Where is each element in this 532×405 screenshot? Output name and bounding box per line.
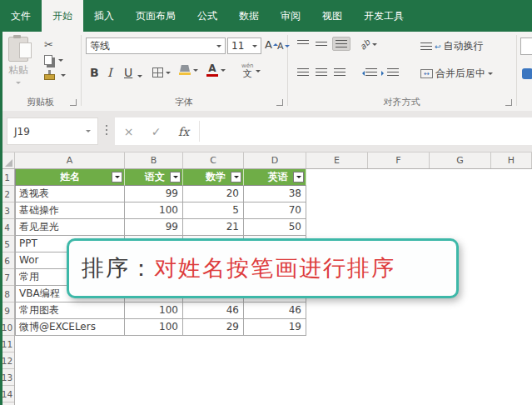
- chevron-down-icon: [252, 45, 257, 50]
- column-header-F[interactable]: F: [368, 152, 430, 168]
- merge-center-button[interactable]: ↔ 合并后居中: [420, 67, 493, 81]
- align-right-button[interactable]: [334, 68, 346, 76]
- return-arrow-icon: ↩: [435, 42, 441, 51]
- cell-D10[interactable]: 19: [244, 319, 306, 336]
- increase-indent-button[interactable]: [381, 68, 399, 76]
- cell-C10[interactable]: 29: [183, 319, 244, 336]
- tab-file[interactable]: 文件: [0, 0, 42, 32]
- underline-button[interactable]: U: [124, 66, 132, 79]
- filter-button[interactable]: [293, 172, 304, 182]
- filter-button[interactable]: [231, 172, 241, 182]
- cell-C9[interactable]: 46: [183, 302, 244, 319]
- number-format-select-partial[interactable]: [520, 38, 532, 55]
- tab-home[interactable]: 开始: [42, 0, 83, 32]
- bold-button[interactable]: B: [90, 66, 99, 79]
- chevron-down-icon: [296, 176, 301, 181]
- cell-A2[interactable]: 透视表: [15, 186, 125, 202]
- tab-data[interactable]: 数据: [228, 0, 270, 32]
- column-header-A[interactable]: A: [15, 152, 125, 168]
- font-dialog-launcher-icon[interactable]: [276, 99, 283, 106]
- paste-button[interactable]: 粘贴: [8, 37, 28, 87]
- wrap-text-label: 自动换行: [444, 39, 484, 53]
- cancel-icon[interactable]: ×: [115, 125, 142, 138]
- drag-handle-icon[interactable]: [106, 125, 107, 127]
- grow-font-button[interactable]: A: [265, 38, 278, 51]
- italic-button[interactable]: I: [107, 66, 112, 79]
- cell-D9[interactable]: 46: [244, 302, 306, 319]
- wrap-text-icon: [420, 42, 432, 50]
- cell-D4[interactable]: 50: [244, 219, 306, 236]
- shrink-font-icon: A: [277, 41, 284, 52]
- cell-B2[interactable]: 99: [125, 186, 183, 202]
- tab-developer[interactable]: 开发工具: [353, 0, 415, 32]
- callout: 排序： 对姓名按笔画进行排序: [67, 238, 459, 298]
- orientation-button[interactable]: ab: [360, 40, 377, 49]
- table-header-label: 语文: [145, 171, 165, 182]
- filter-button[interactable]: [170, 172, 181, 182]
- column-header-row: ABCDEFGH: [0, 152, 532, 169]
- column-header-E[interactable]: E: [306, 152, 368, 168]
- cell-B10[interactable]: 100: [125, 319, 183, 336]
- column-header-D[interactable]: D: [244, 152, 306, 168]
- merge-center-label: 合并后居中: [435, 67, 485, 81]
- table-header-4[interactable]: 英语: [244, 169, 306, 186]
- insert-function-icon[interactable]: fx: [170, 125, 197, 138]
- cell-B9[interactable]: 100: [125, 302, 183, 319]
- enter-icon[interactable]: ✓: [142, 125, 170, 138]
- chevron-down-icon: [137, 75, 142, 80]
- chevron-down-icon: [234, 176, 239, 181]
- tab-view[interactable]: 视图: [311, 0, 353, 32]
- cell-B4[interactable]: 99: [125, 219, 183, 236]
- table-header-2[interactable]: 语文: [125, 169, 183, 186]
- cell-B3[interactable]: 100: [125, 202, 183, 219]
- divider: [199, 121, 200, 142]
- font-size-select[interactable]: 11: [227, 38, 261, 54]
- filter-button[interactable]: [112, 172, 122, 182]
- phonetic-guide-button[interactable]: wén 文: [241, 63, 261, 78]
- cell-A4[interactable]: 看见星光: [15, 219, 125, 236]
- column-header-C[interactable]: C: [183, 152, 244, 168]
- column-header-H[interactable]: H: [491, 152, 532, 168]
- column-header-G[interactable]: G: [430, 152, 491, 168]
- format-painter-button[interactable]: [44, 70, 66, 80]
- formula-bar: J19 × ✓ fx: [0, 111, 532, 152]
- ribbon: 粘贴 ✂ 剪贴板 等线 11 A A B I U: [0, 32, 532, 112]
- cell-C2[interactable]: 20: [183, 186, 244, 202]
- cell-D3[interactable]: 70: [244, 202, 306, 219]
- cell-D2[interactable]: 38: [244, 186, 306, 202]
- column-headers: ABCDEFGH: [15, 152, 532, 168]
- merge-center-icon: ↔: [420, 69, 433, 78]
- cell-C3[interactable]: 5: [183, 202, 244, 219]
- copy-button[interactable]: [44, 55, 63, 65]
- table-header-3[interactable]: 数学: [183, 169, 244, 186]
- italic-icon: I: [107, 66, 112, 79]
- bottom-align-button[interactable]: [332, 37, 351, 51]
- table-header-1[interactable]: 姓名: [15, 169, 125, 186]
- wrap-text-button[interactable]: ↩ 自动换行: [420, 39, 484, 53]
- cell-A3[interactable]: 基础操作: [15, 202, 125, 219]
- center-button[interactable]: [316, 68, 327, 76]
- cell-C4[interactable]: 21: [183, 219, 244, 236]
- top-align-button[interactable]: [297, 40, 309, 44]
- cut-button[interactable]: ✂: [44, 38, 53, 51]
- fill-color-button[interactable]: [179, 65, 198, 75]
- center-icon: [316, 68, 327, 76]
- align-left-button[interactable]: [297, 68, 309, 76]
- font-color-button[interactable]: A: [206, 63, 226, 77]
- shrink-font-button[interactable]: A: [277, 41, 290, 52]
- middle-align-button[interactable]: [316, 42, 327, 48]
- decrease-indent-button[interactable]: [360, 68, 377, 76]
- clipboard-dialog-launcher-icon[interactable]: [70, 99, 77, 106]
- cell-A9[interactable]: 常用图表: [15, 302, 125, 319]
- tab-formulas[interactable]: 公式: [186, 0, 228, 32]
- tab-insert[interactable]: 插入: [83, 0, 125, 32]
- column-header-B[interactable]: B: [125, 152, 183, 168]
- chevron-down-icon: [166, 72, 171, 77]
- font-name-select[interactable]: 等线: [86, 38, 226, 54]
- borders-button[interactable]: [152, 68, 171, 78]
- name-box[interactable]: J19: [7, 118, 98, 145]
- alignment-dialog-launcher-icon[interactable]: [505, 99, 512, 106]
- tab-page-layout[interactable]: 页面布局: [125, 0, 186, 32]
- cell-A10[interactable]: 微博@EXCELers: [15, 319, 125, 336]
- tab-review[interactable]: 审阅: [270, 0, 311, 32]
